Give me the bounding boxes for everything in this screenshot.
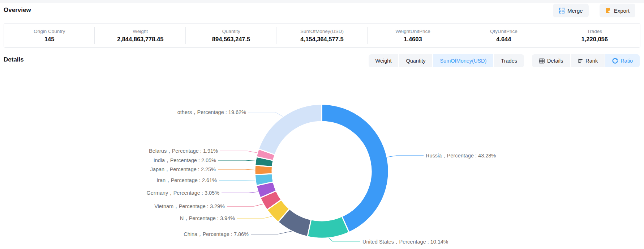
ratio-donut-chart: Russia，Percentage : 43.28%United States，… (0, 0, 644, 249)
label-line-united-states (329, 238, 360, 242)
slice-label-united-states: United States，Percentage : 10.14% (362, 239, 448, 245)
slice-label-russia: Russia，Percentage : 43.28% (426, 153, 496, 159)
label-line-others (248, 112, 283, 117)
slice-label-japan: Japan，Percentage : 2.25% (150, 166, 216, 172)
label-line-vietnam (227, 204, 263, 207)
label-line-india (218, 160, 256, 161)
slice-label-china: China，Percentage : 7.86% (184, 231, 249, 237)
label-line-china (251, 231, 292, 234)
slice-label-india: India，Percentage : 2.05% (154, 157, 216, 163)
label-line-n (237, 216, 272, 219)
slice-label-iran: Iran，Percentage : 2.61% (156, 177, 217, 183)
label-line-japan (218, 169, 255, 170)
donut-slice-others[interactable] (259, 104, 322, 155)
slice-label-vietnam: Vietnam，Percentage : 3.29% (154, 203, 225, 209)
label-line-belarus (220, 151, 257, 153)
donut-slice-united-states[interactable] (308, 216, 349, 238)
slice-label-germany: Germany，Percentage : 3.05% (147, 190, 220, 196)
slice-label-n: N，Percentage : 3.94% (180, 215, 235, 221)
slice-label-belarus: Belarus，Percentage : 1.91% (149, 148, 218, 154)
label-line-russia (387, 156, 424, 157)
slice-label-others: others，Percentage : 19.62% (177, 109, 246, 115)
dashboard-page: Overview Merge Export (0, 0, 644, 249)
donut-slice-russia[interactable] (322, 104, 388, 232)
label-line-germany (222, 192, 258, 193)
